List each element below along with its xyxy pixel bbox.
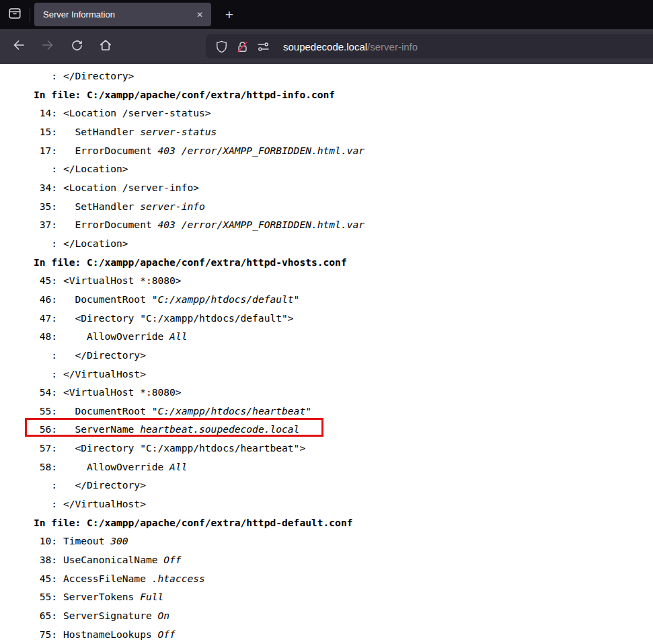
directive-args: server-status xyxy=(140,126,217,137)
config-file-header: In file: C:/xampp/apache/conf/extra/http… xyxy=(34,85,653,104)
directive-args: 403 /error/XAMPP_FORBIDDEN.html.var xyxy=(158,219,365,230)
url-path: /server-info xyxy=(367,41,418,52)
tab-close-icon[interactable]: ✕ xyxy=(192,7,207,22)
config-line: 38: UseCanonicalName Off xyxy=(34,550,653,569)
directive-args: All xyxy=(169,330,187,342)
config-line: 54: <VirtualHost *:8080> xyxy=(34,383,653,402)
directive-args: All xyxy=(169,461,187,472)
permissions-icon[interactable] xyxy=(254,38,272,55)
line-text: 14: <Location /server-status> xyxy=(34,107,211,118)
line-text: 38: UseCanonicalName xyxy=(34,554,163,565)
line-text: 37: ErrorDocument xyxy=(34,219,158,230)
line-text: 55: ServerTokens xyxy=(34,591,140,602)
line-text: : </Directory> xyxy=(34,70,134,81)
line-text: 47: <Directory "C:/xampp/htdocs/default"… xyxy=(34,312,294,324)
forward-icon xyxy=(41,38,54,55)
highlighted-config-line: 56: ServerName heartbeat.soupedecode.loc… xyxy=(34,420,653,439)
config-line: 46: DocumentRoot "C:/xampp/htdocs/defaul… xyxy=(34,290,653,309)
line-text: 58: AllowOverride xyxy=(34,461,169,472)
firefox-view-icon xyxy=(7,6,22,24)
line-text: 57: <Directory "C:/xampp/htdocs/heartbea… xyxy=(34,442,305,454)
home-icon xyxy=(99,38,112,55)
reload-button[interactable] xyxy=(65,35,88,58)
browser-window: Server Information ✕ + xyxy=(0,0,653,644)
config-line: 14: <Location /server-status> xyxy=(34,104,653,122)
config-line: : </Location> xyxy=(34,159,653,178)
config-line: 65: ServerSignature On xyxy=(34,606,653,625)
url-text: soupedecode.local/server-info xyxy=(283,41,418,52)
config-line: : </Directory> xyxy=(34,67,653,85)
config-line: : </Location> xyxy=(34,234,653,253)
insecure-lock-icon[interactable] xyxy=(233,38,251,55)
line-text: 34: <Location /server-info> xyxy=(34,182,199,193)
directive-args: Off xyxy=(163,554,181,565)
config-line: 48: AllowOverride All xyxy=(34,327,653,346)
tracking-protection-shield-icon[interactable] xyxy=(213,38,230,55)
config-line: 47: <Directory "C:/xampp/htdocs/default"… xyxy=(34,309,653,328)
forward-button[interactable] xyxy=(36,35,59,58)
new-tab-button[interactable]: + xyxy=(218,3,241,26)
line-text: 48: AllowOverride xyxy=(34,330,169,342)
back-button[interactable] xyxy=(7,35,30,58)
back-icon xyxy=(12,38,26,55)
directive-args: 403 /error/XAMPP_FORBIDDEN.html.var xyxy=(158,145,365,156)
directive-args: Full xyxy=(140,591,163,602)
config-line: : </VirtualHost> xyxy=(34,495,653,513)
directive-args: Off xyxy=(158,629,176,640)
reload-icon xyxy=(71,39,83,55)
line-text: 55: DocumentRoot xyxy=(34,405,152,417)
config-line: 57: <Directory "C:/xampp/htdocs/heartbea… xyxy=(34,439,653,458)
tab-bar: Server Information ✕ + xyxy=(0,0,653,29)
config-line: 34: <Location /server-info> xyxy=(34,178,653,197)
directive-args: "C:/xampp/htdocs/heartbeat" xyxy=(152,405,311,417)
url-bar[interactable]: soupedecode.local/server-info xyxy=(206,34,653,59)
line-text: : </VirtualHost> xyxy=(34,498,146,509)
server-info-listing: : </Directory>In file: C:/xampp/apache/c… xyxy=(0,64,653,643)
config-line: : </Directory> xyxy=(34,346,653,365)
line-text: : </Location> xyxy=(34,163,128,174)
line-text: 75: HostnameLookups xyxy=(34,629,158,640)
directive-args: "C:/xampp/htdocs/default" xyxy=(152,293,300,305)
config-line: : </Directory> xyxy=(34,476,653,495)
config-line: 75: HostnameLookups Off xyxy=(34,625,653,644)
directive-args: heartbeat.soupedecode.local xyxy=(140,423,299,435)
tab-separator xyxy=(30,7,30,22)
line-text: 65: ServerSignature xyxy=(34,610,158,621)
config-line: : </VirtualHost> xyxy=(34,365,653,384)
line-text: 17: ErrorDocument xyxy=(34,145,158,156)
line-text: 56: ServerName xyxy=(34,423,140,435)
config-line: 35: SetHandler server-info xyxy=(34,197,653,216)
directive-args: server-info xyxy=(140,201,205,212)
line-text: 46: DocumentRoot xyxy=(34,293,152,305)
line-text: : </VirtualHost> xyxy=(34,368,146,380)
navigation-toolbar: soupedecode.local/server-info xyxy=(0,29,653,64)
tab-title: Server Information xyxy=(43,9,192,20)
line-text: 10: Timeout xyxy=(34,535,110,546)
line-text: 54: <VirtualHost *:8080> xyxy=(34,386,182,398)
directive-args: On xyxy=(158,610,170,621)
config-line: 55: DocumentRoot "C:/xampp/htdocs/heartb… xyxy=(34,402,653,421)
page-content: : </Directory>In file: C:/xampp/apache/c… xyxy=(0,64,653,644)
line-text: 45: <VirtualHost *:8080> xyxy=(34,275,182,286)
line-text: 45: AccessFileName xyxy=(34,573,152,584)
line-text: : </Location> xyxy=(34,238,128,249)
config-file-header: In file: C:/xampp/apache/conf/extra/http… xyxy=(34,253,653,272)
firefox-view-button[interactable] xyxy=(0,3,30,27)
line-text: 35: SetHandler xyxy=(34,201,140,212)
config-line: 17: ErrorDocument 403 /error/XAMPP_FORBI… xyxy=(34,141,653,160)
config-line: 55: ServerTokens Full xyxy=(34,587,653,606)
active-tab[interactable]: Server Information ✕ xyxy=(34,3,211,26)
directive-args: 300 xyxy=(110,535,128,546)
config-file-header: In file: C:/xampp/apache/conf/extra/http… xyxy=(34,513,653,532)
config-line: 37: ErrorDocument 403 /error/XAMPP_FORBI… xyxy=(34,215,653,234)
line-text: : </Directory> xyxy=(34,479,146,491)
line-text: : </Directory> xyxy=(34,349,146,361)
home-button[interactable] xyxy=(94,35,117,58)
config-line: 45: AccessFileName .htaccess xyxy=(34,569,653,588)
line-text: 15: SetHandler xyxy=(34,126,140,137)
config-line: 58: AllowOverride All xyxy=(34,458,653,476)
directive-args: .htaccess xyxy=(152,573,205,584)
url-host: soupedecode.local xyxy=(283,41,367,52)
config-line: 10: Timeout 300 xyxy=(34,532,653,550)
config-line: 45: <VirtualHost *:8080> xyxy=(34,271,653,290)
